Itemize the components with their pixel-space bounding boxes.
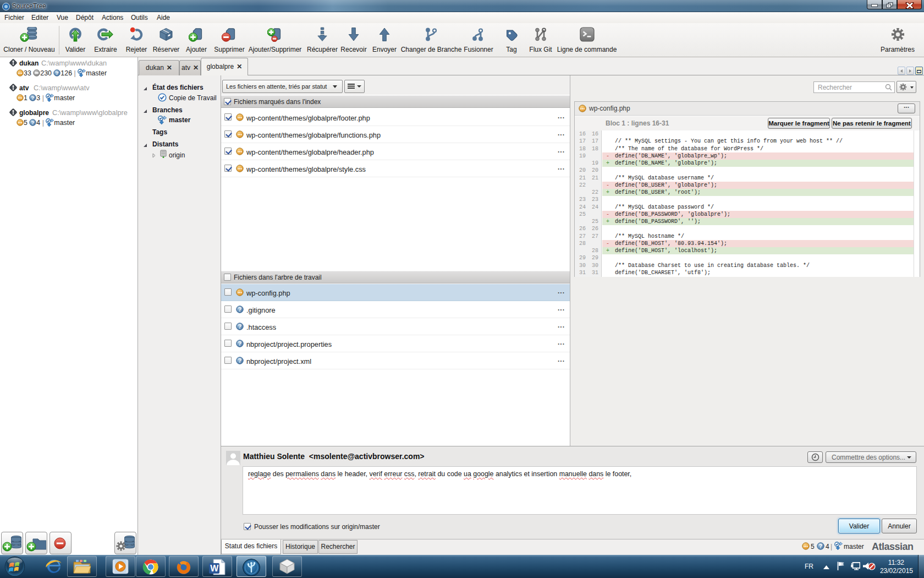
svg-text:?: ? [31, 95, 35, 101]
svg-text:?: ? [238, 307, 241, 313]
svg-text:?: ? [56, 70, 59, 76]
svg-text:?: ? [238, 358, 241, 364]
svg-text:W: W [210, 564, 219, 573]
svg-text:?: ? [819, 543, 822, 549]
svg-text:?: ? [31, 120, 35, 126]
svg-text:?: ? [238, 341, 241, 347]
svg-text:?: ? [238, 324, 241, 330]
